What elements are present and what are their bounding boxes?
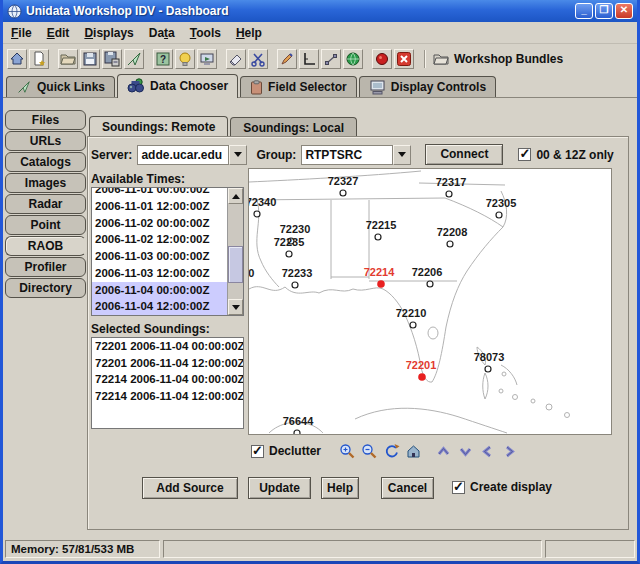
- display-controls-icon[interactable]: [197, 49, 217, 69]
- station-label-72240[interactable]: 72240: [249, 267, 254, 279]
- station-marker-72317[interactable]: [446, 191, 452, 197]
- list-item[interactable]: 72201 2006-11-04 00:00:00Z...: [92, 338, 243, 355]
- reset-projection-icon[interactable]: [381, 442, 401, 460]
- zoom-out-icon[interactable]: [359, 442, 379, 460]
- server-dropdown-icon[interactable]: [229, 145, 247, 165]
- station-label-72235[interactable]: 72235: [274, 236, 305, 248]
- scroll-down-icon[interactable]: [228, 299, 243, 315]
- pan-right-icon[interactable]: [499, 442, 519, 460]
- station-label-72233[interactable]: 72233: [282, 267, 313, 279]
- new-bundle-icon[interactable]: [29, 49, 49, 69]
- cancel-button[interactable]: Cancel: [381, 477, 434, 499]
- sidebar-item-files[interactable]: Files: [5, 110, 86, 130]
- drawing-pencil-icon[interactable]: [277, 49, 297, 69]
- sidebar-item-point[interactable]: Point: [5, 215, 86, 235]
- group-dropdown-icon[interactable]: [393, 145, 411, 165]
- station-label-76644[interactable]: 76644: [283, 415, 314, 427]
- available-times-list[interactable]: 2006-11-01 00:00:00Z2006-11-01 12:00:00Z…: [91, 187, 244, 316]
- list-item[interactable]: 2006-11-03 12:00:00Z: [92, 265, 227, 282]
- menu-tools[interactable]: Tools: [190, 26, 221, 40]
- update-button[interactable]: Update: [248, 477, 311, 499]
- station-marker-72201[interactable]: [418, 373, 426, 381]
- exit-icon[interactable]: [394, 49, 414, 69]
- home-view-icon[interactable]: [403, 442, 423, 460]
- station-label-72210[interactable]: 72210: [396, 307, 427, 319]
- list-item[interactable]: 72214 2006-11-04 12:00:00Z...: [92, 388, 243, 405]
- save-icon[interactable]: [80, 49, 100, 69]
- declutter-checkbox[interactable]: [251, 445, 264, 458]
- station-label-78073[interactable]: 78073: [474, 351, 505, 363]
- workshop-bundles[interactable]: Workshop Bundles: [433, 52, 563, 66]
- station-marker-72340[interactable]: [254, 211, 260, 217]
- maximize-button[interactable]: ❐: [595, 3, 613, 19]
- station-marker-72233[interactable]: [292, 282, 298, 288]
- record-icon[interactable]: [372, 49, 392, 69]
- remove-data-scissors-icon[interactable]: [248, 49, 268, 69]
- station-label-72230[interactable]: 72230: [280, 223, 311, 235]
- sidebar-item-directory[interactable]: Directory: [5, 278, 86, 298]
- menu-file[interactable]: File: [11, 26, 32, 40]
- station-label-72214[interactable]: 72214: [364, 266, 395, 278]
- station-map[interactable]: 7232772340723177230572230722157223572208…: [248, 168, 612, 435]
- subtab-soundings-local[interactable]: Soundings: Local: [230, 117, 357, 137]
- home-icon[interactable]: [7, 49, 27, 69]
- menu-edit[interactable]: Edit: [47, 26, 70, 40]
- list-item[interactable]: 72201 2006-11-04 12:00:00Z...: [92, 355, 243, 372]
- help-button[interactable]: Help: [321, 477, 359, 499]
- sidebar-item-catalogs[interactable]: Catalogs: [5, 152, 86, 172]
- station-marker-76644[interactable]: [294, 430, 300, 434]
- add-source-button[interactable]: Add Source: [142, 477, 238, 499]
- minimize-button[interactable]: _: [575, 3, 593, 19]
- group-combobox[interactable]: RTPTSRC: [301, 145, 411, 165]
- server-combobox[interactable]: adde.ucar.edu: [137, 145, 247, 165]
- station-label-72201[interactable]: 72201: [406, 359, 437, 371]
- tab-quick-links[interactable]: Quick Links: [6, 76, 115, 97]
- group-value[interactable]: RTPTSRC: [301, 145, 393, 165]
- station-label-72305[interactable]: 72305: [486, 197, 517, 209]
- list-item[interactable]: 2006-11-04 12:00:00Z: [92, 298, 227, 315]
- tab-display-controls[interactable]: Display Controls: [359, 76, 496, 97]
- connect-button[interactable]: Connect: [425, 144, 503, 165]
- open-bundle-icon[interactable]: [58, 49, 78, 69]
- station-marker-72214[interactable]: [377, 280, 385, 288]
- station-marker-72210[interactable]: [410, 322, 416, 328]
- station-marker-78073[interactable]: [485, 366, 491, 372]
- sidebar-item-urls[interactable]: URLs: [5, 131, 86, 151]
- station-marker-72235[interactable]: [286, 251, 292, 257]
- station-label-72340[interactable]: 72340: [249, 196, 276, 208]
- station-label-72206[interactable]: 72206: [412, 266, 443, 278]
- station-marker-72327[interactable]: [340, 190, 346, 196]
- create-display-checkbox[interactable]: [452, 481, 465, 494]
- zoom-in-icon[interactable]: [337, 442, 357, 460]
- probe-line-icon[interactable]: [321, 49, 341, 69]
- z-filter-checkbox[interactable]: [518, 148, 531, 161]
- quick-links-icon[interactable]: [124, 49, 144, 69]
- selected-soundings-list[interactable]: 72201 2006-11-04 00:00:00Z...72201 2006-…: [91, 337, 244, 429]
- list-item[interactable]: 2006-11-04 00:00:00Z: [92, 282, 227, 299]
- station-marker-72215[interactable]: [375, 234, 381, 240]
- scrollbar-thumb[interactable]: [228, 246, 243, 283]
- save-as-icon[interactable]: [102, 49, 122, 69]
- station-label-72317[interactable]: 72317: [436, 176, 467, 188]
- list-item[interactable]: 72214 2006-11-04 00:00:00Z...: [92, 371, 243, 388]
- globe-icon[interactable]: [343, 49, 363, 69]
- pan-left-icon[interactable]: [477, 442, 497, 460]
- station-label-72208[interactable]: 72208: [437, 226, 468, 238]
- station-marker-72208[interactable]: [447, 241, 453, 247]
- scroll-up-icon[interactable]: [228, 188, 243, 204]
- station-marker-72305[interactable]: [496, 212, 502, 218]
- subtab-soundings-remote[interactable]: Soundings: Remote: [89, 116, 228, 138]
- remove-displays-eraser-icon[interactable]: [226, 49, 246, 69]
- tab-data-chooser[interactable]: Data Chooser: [117, 74, 238, 98]
- tips-lightbulb-icon[interactable]: [175, 49, 195, 69]
- sidebar-item-raob[interactable]: RAOB: [5, 236, 86, 256]
- pan-up-icon[interactable]: [433, 442, 453, 460]
- list-item[interactable]: 2006-11-02 00:00:00Z: [92, 215, 227, 232]
- station-label-72215[interactable]: 72215: [366, 219, 397, 231]
- server-value[interactable]: adde.ucar.edu: [137, 145, 229, 165]
- list-item[interactable]: 2006-11-02 12:00:00Z: [92, 231, 227, 248]
- station-marker-72206[interactable]: [427, 281, 433, 287]
- tab-field-selector[interactable]: Field Selector: [240, 76, 357, 97]
- plot-axes-icon[interactable]: [299, 49, 319, 69]
- list-item[interactable]: 2006-11-01 00:00:00Z: [92, 187, 227, 198]
